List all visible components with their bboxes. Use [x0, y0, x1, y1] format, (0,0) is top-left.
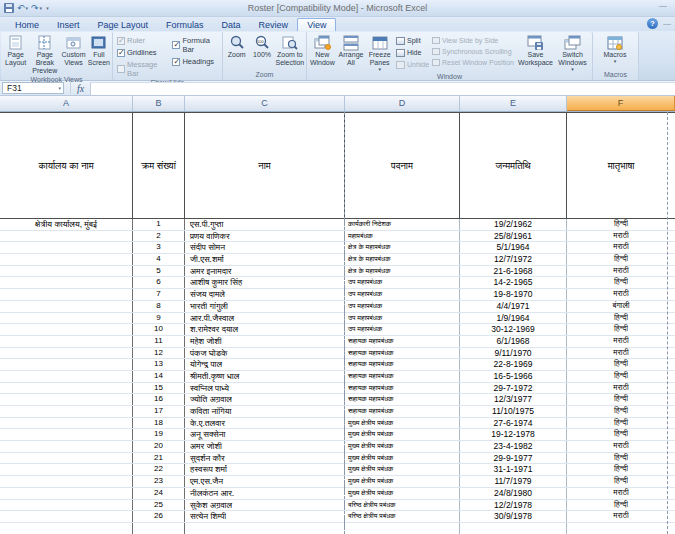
cell-office[interactable]	[0, 277, 133, 288]
cell-office[interactable]	[0, 464, 133, 475]
cell-dob[interactable]: 12/7/1972	[460, 254, 567, 265]
cell-dob[interactable]: 16-5-1966	[460, 371, 567, 382]
cell-office[interactable]	[0, 301, 133, 312]
cell-language[interactable]: मराठी	[567, 488, 675, 499]
page-break-preview-button[interactable]: Page Break Preview	[29, 33, 60, 75]
cell-dob[interactable]	[460, 523, 567, 534]
cell-designation[interactable]: मुख्य क्षेत्रीय प्रबंधक	[345, 453, 460, 464]
cell-serial[interactable]: 8	[133, 301, 185, 312]
headings-checkbox[interactable]: Headings	[172, 57, 221, 66]
cell-dob[interactable]: 21-6-1968	[460, 266, 567, 277]
cell-dob[interactable]: 12/2/1978	[460, 500, 567, 511]
cell-language[interactable]: मराठी	[567, 348, 675, 359]
cell-name[interactable]: हस्वरूप शर्मा	[185, 464, 345, 475]
cell-office[interactable]	[0, 254, 133, 265]
cell-name[interactable]: ज्योति अग्रवाल	[185, 394, 345, 405]
tab-review[interactable]: Review	[250, 19, 298, 31]
cell-name[interactable]: एम.एस.जैन	[185, 476, 345, 487]
cell-serial[interactable]: 16	[133, 394, 185, 405]
cell-serial[interactable]: 19	[133, 429, 185, 440]
cell-name[interactable]: अमर इनामदार	[185, 266, 345, 277]
cell-language[interactable]: हिन्दी	[567, 313, 675, 324]
cell-name[interactable]: नीलकंठन आर.	[185, 488, 345, 499]
column-header-c[interactable]: C	[185, 96, 345, 111]
cell-designation[interactable]: मुख्य क्षेत्रीय प्रबंधक	[345, 464, 460, 475]
cell-designation[interactable]: कार्यकारी निदेशक	[345, 219, 460, 230]
cell-serial[interactable]: 22	[133, 464, 185, 475]
cell-designation[interactable]: सहायक महाप्रबंधक	[345, 383, 460, 394]
cell-dob[interactable]: 19-12-1978	[460, 429, 567, 440]
header-mother-tongue[interactable]: मातृभाषा	[567, 113, 675, 218]
cell-language[interactable]: हिन्दी	[567, 453, 675, 464]
cell-name[interactable]: आर.पी.जैस्वाल	[185, 313, 345, 324]
cell-serial[interactable]: 10	[133, 324, 185, 335]
zoom-100-button[interactable]: 100 100%	[249, 33, 274, 59]
cell-name[interactable]: भारती गांगुली	[185, 301, 345, 312]
cell-name[interactable]: संजय दामले	[185, 289, 345, 300]
cell-dob[interactable]: 9/11/1970	[460, 348, 567, 359]
cell-office[interactable]	[0, 394, 133, 405]
cell-name[interactable]: सुदर्शन कौर	[185, 453, 345, 464]
arrange-all-button[interactable]: Arrange All	[337, 33, 366, 67]
cell-serial[interactable]: 25	[133, 500, 185, 511]
cell-designation[interactable]: मुख्य क्षेत्रीय प्रबंधक	[345, 488, 460, 499]
cell-designation[interactable]: सहायक महाप्रबंधक	[345, 371, 460, 382]
window-minimize-button[interactable]: —	[659, 1, 667, 10]
cell-serial[interactable]: 7	[133, 289, 185, 300]
cell-designation[interactable]: उप महाप्रबंधक	[345, 313, 460, 324]
cell-office[interactable]	[0, 324, 133, 335]
cell-serial[interactable]	[133, 523, 185, 534]
cell-language[interactable]: हिन्दी	[567, 359, 675, 370]
custom-views-button[interactable]: Custom Views	[60, 33, 86, 67]
formula-input[interactable]	[90, 82, 675, 95]
cell-dob[interactable]: 29-7-1972	[460, 383, 567, 394]
cell-dob[interactable]: 12/3/1977	[460, 394, 567, 405]
column-header-e[interactable]: E	[460, 96, 567, 111]
cell-serial[interactable]: 21	[133, 453, 185, 464]
cell-language[interactable]: मराठी	[567, 336, 675, 347]
tab-page-layout[interactable]: Page Layout	[89, 19, 158, 31]
tab-view[interactable]: View	[297, 18, 336, 31]
cell-office[interactable]	[0, 406, 133, 417]
cell-office[interactable]	[0, 500, 133, 511]
cell-language[interactable]: हिन्दी	[567, 277, 675, 288]
cell-dob[interactable]: 6/1/1968	[460, 336, 567, 347]
cell-language[interactable]: हिन्दी	[567, 429, 675, 440]
page-layout-view-button[interactable]: Page Layout	[2, 33, 29, 67]
cell-name[interactable]: अनू सक्सेना	[185, 429, 345, 440]
name-box[interactable]: F31 ▾	[2, 82, 64, 94]
cell-designation[interactable]: मुख्य क्षेत्रीय प्रबंधक	[345, 441, 460, 452]
cell-dob[interactable]: 29-9-1977	[460, 453, 567, 464]
cell-serial[interactable]: 6	[133, 277, 185, 288]
header-designation[interactable]: पदनाम	[345, 113, 460, 218]
cell-language[interactable]: हिन्दी	[567, 500, 675, 511]
cell-language[interactable]: हिन्दी	[567, 394, 675, 405]
cell-office[interactable]	[0, 429, 133, 440]
cell-serial[interactable]: 1	[133, 219, 185, 230]
cell-office[interactable]	[0, 231, 133, 242]
cell-office[interactable]	[0, 289, 133, 300]
full-screen-button[interactable]: Full Screen	[87, 33, 111, 67]
cell-dob[interactable]: 27-6-1974	[460, 418, 567, 429]
cell-name[interactable]: महेश जोशी	[185, 336, 345, 347]
cell-designation[interactable]: उप महाप्रबंधक	[345, 277, 460, 288]
cell-serial[interactable]: 12	[133, 348, 185, 359]
cell-serial[interactable]: 23	[133, 476, 185, 487]
cell-name[interactable]: आशीष कुमार सिंह	[185, 277, 345, 288]
cell-office[interactable]	[0, 523, 133, 534]
cell-language[interactable]: बंगाली	[567, 301, 675, 312]
freeze-panes-button[interactable]: Freeze Panes ▾	[365, 33, 394, 72]
cell-language[interactable]: मराठी	[567, 383, 675, 394]
column-header-b[interactable]: B	[133, 96, 185, 111]
cell-designation[interactable]: उप महाप्रबंधक	[345, 324, 460, 335]
cell-name[interactable]: जी.एस.शर्मा	[185, 254, 345, 265]
cell-language[interactable]: मराठी	[567, 511, 675, 522]
cell-serial[interactable]: 17	[133, 406, 185, 417]
cell-designation[interactable]: मुख्य क्षेत्रीय प्रबंधक	[345, 418, 460, 429]
cell-designation[interactable]: सहायक महाप्रबंधक	[345, 406, 460, 417]
cell-dob[interactable]: 25/8/1961	[460, 231, 567, 242]
tab-home[interactable]: Home	[6, 19, 48, 31]
macros-button[interactable]: Macros ▾	[594, 33, 636, 64]
cell-name[interactable]: सत्येन शिम्पी	[185, 511, 345, 522]
cell-office[interactable]	[0, 476, 133, 487]
